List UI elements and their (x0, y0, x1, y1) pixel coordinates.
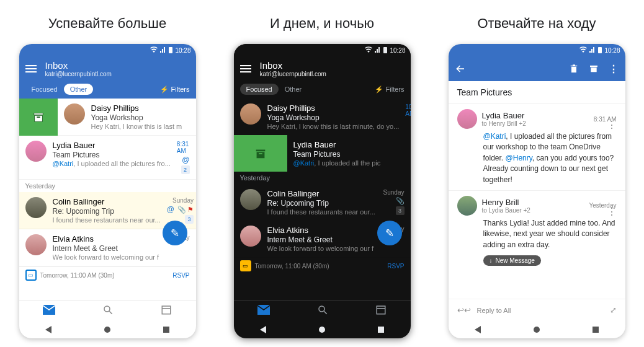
email-subject: Re: Upcoming Trip (267, 199, 377, 208)
svg-rect-3 (163, 306, 171, 314)
calendar-icon: ▭ (240, 260, 251, 271)
menu-icon[interactable] (240, 65, 251, 72)
statusbar-time: 10:28 (604, 47, 620, 54)
signal-icon (589, 46, 596, 54)
mention-icon: @ (167, 205, 174, 214)
svg-rect-0 (37, 116, 40, 118)
email-sender: Colin Ballinger (53, 197, 161, 206)
calendar-icon: ▭ (25, 270, 37, 281)
phone-dark: 10:28 Inbox katri@lucernpubintl.com Focu… (234, 44, 411, 338)
tab-other[interactable]: Other (279, 84, 308, 95)
email-swiped[interactable]: Lydia Bauer Team Pictures @Katri, I uplo… (234, 135, 411, 172)
recent-button[interactable] (163, 327, 169, 333)
calendar-text: Tomorrow, 11:00 AM (30m) (40, 272, 115, 279)
lightning-icon: ⚡ (375, 86, 383, 94)
back-button[interactable] (45, 326, 51, 333)
conversation-header: ⋮ (449, 56, 625, 81)
compose-fab[interactable]: ✎ (163, 221, 187, 245)
recent-button[interactable] (378, 327, 384, 333)
calendar-row[interactable]: ▭ Tomorrow, 11:00 AM (30m) RSVP (19, 266, 196, 283)
attachment-icon: 📎 (177, 206, 186, 214)
email-row[interactable]: Daisy Phillips Yoga Workshop Hey Katri, … (234, 99, 411, 135)
search-nav-icon[interactable] (102, 304, 114, 318)
filters-button[interactable]: ⚡Filters (160, 86, 190, 94)
email-sender: Daisy Phillips (267, 103, 400, 113)
message-sender: Lydia Bauer (482, 111, 589, 120)
archive-swipe[interactable] (19, 99, 58, 136)
message-more-icon[interactable]: ⋮ (607, 209, 617, 214)
avatar (457, 109, 477, 129)
arrow-down-icon: ↓ (490, 257, 493, 264)
home-button[interactable] (534, 327, 540, 333)
message-sender: Henry Brill (482, 198, 584, 207)
search-nav-icon[interactable] (317, 304, 328, 318)
email-preview: We look forward to welcoming our f (267, 245, 377, 252)
svg-point-6 (319, 306, 324, 312)
calendar-row[interactable]: ▭ Tomorrow, 11:00 AM (30m) RSVP (234, 257, 411, 274)
svg-point-1 (104, 306, 110, 312)
pencil-icon: ✎ (385, 227, 394, 240)
menu-icon[interactable] (25, 65, 37, 72)
email-preview: Hey Katri, I know this is last minute, d… (267, 123, 400, 130)
signal-icon (160, 46, 166, 54)
message-body: Thanks Lydia! Just added mine too. And l… (483, 218, 617, 250)
app-header: Inbox katri@lucernpubintl.com (234, 56, 411, 81)
email-preview: @Katri, I uploaded all the pic (293, 159, 405, 167)
email-sender: Lydia Bauer (53, 141, 171, 150)
email-time: Sunday (383, 189, 405, 196)
pencil-icon: ✎ (171, 227, 179, 240)
bottom-nav (19, 300, 196, 321)
home-button[interactable] (319, 327, 325, 333)
signal-icon (375, 46, 381, 54)
archive-icon[interactable] (588, 63, 599, 74)
svg-line-2 (109, 311, 112, 314)
back-button[interactable] (260, 326, 266, 333)
wifi-icon (150, 46, 158, 54)
recent-button[interactable] (593, 327, 599, 333)
avatar (457, 196, 477, 216)
count-badge: 2 (181, 165, 190, 174)
reply-label: Reply to All (477, 307, 511, 314)
message[interactable]: Henry Brill to Lydia Bauer +2 Yesterday … (449, 190, 625, 271)
email-row[interactable]: Colin Ballinger Re: Upcoming Trip I foun… (234, 184, 411, 221)
email-swiped[interactable]: Daisy Phillips Yoga Workshop Hey Katri, … (19, 99, 196, 136)
email-subject: Yoga Workshop (91, 113, 190, 122)
back-icon[interactable] (455, 63, 466, 74)
mention-icon: @ (182, 156, 189, 164)
email-subject: Team Pictures (53, 151, 171, 159)
calendar-nav-icon[interactable] (161, 304, 172, 318)
tab-other[interactable]: Other (64, 84, 94, 95)
more-icon[interactable]: ⋮ (608, 63, 619, 74)
filters-button[interactable]: ⚡Filters (375, 86, 405, 94)
mail-nav-icon[interactable] (43, 305, 55, 317)
reply-bar[interactable]: ↩↩ Reply to All ⤢ (449, 299, 625, 321)
compose-fab[interactable]: ✎ (377, 221, 402, 245)
wifi-icon (365, 46, 372, 54)
section-header: Yesterday (234, 172, 411, 184)
tab-bar: Focused Other ⚡Filters (19, 81, 196, 99)
expand-icon[interactable]: ⤢ (610, 305, 617, 315)
new-message-chip[interactable]: ↓New Message (483, 255, 541, 266)
rsvp-button[interactable]: RSVP (172, 272, 189, 279)
avatar (25, 197, 47, 218)
battery-icon (383, 47, 387, 53)
rsvp-button[interactable]: RSVP (387, 263, 404, 270)
message[interactable]: Lydia Bauer to Henry Brill +2 8:31 AM ⋮ … (449, 104, 625, 190)
tab-focused[interactable]: Focused (25, 84, 64, 95)
message-body: @Katri, I uploaded all the pictures from… (483, 131, 617, 185)
email-preview: I found these restaurants near our... (53, 216, 161, 224)
email-row[interactable]: Lydia Bauer Team Pictures @Katri, I uplo… (19, 136, 196, 180)
calendar-nav-icon[interactable] (375, 304, 387, 318)
back-button[interactable] (475, 326, 481, 333)
archive-swipe[interactable] (234, 135, 287, 172)
mail-nav-icon[interactable] (257, 305, 270, 317)
home-button[interactable] (104, 327, 110, 333)
delete-icon[interactable] (568, 63, 579, 74)
message-more-icon[interactable]: ⋮ (607, 123, 617, 128)
battery-icon (598, 47, 602, 53)
section-header: Yesterday (19, 180, 196, 192)
statusbar: 10:28 (449, 44, 625, 56)
phone-conversation: 10:28 ⋮ Team Pictures Lydia Bauer to Hen… (449, 44, 625, 338)
app-header: Inbox katri@lucernpubintl.com (19, 56, 196, 81)
tab-focused[interactable]: Focused (240, 84, 279, 95)
